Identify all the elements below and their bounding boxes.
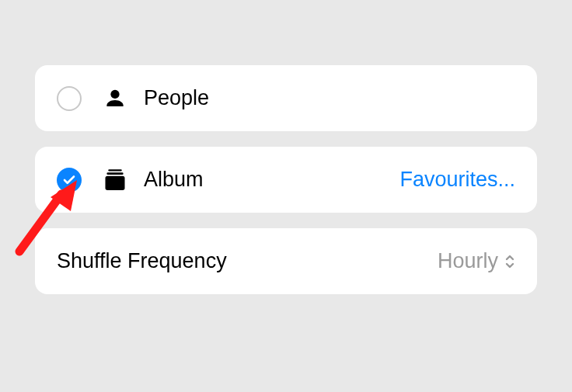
option-people-row[interactable]: People: [35, 65, 537, 131]
shuffle-frequency-label: Shuffle Frequency: [57, 249, 227, 273]
radio-unchecked-icon[interactable]: [57, 86, 82, 111]
radio-checked-icon[interactable]: [57, 168, 82, 193]
option-album-row[interactable]: Album Favourites...: [35, 147, 537, 213]
option-people-label: People: [144, 86, 515, 110]
person-icon: [103, 87, 127, 110]
album-stack-icon: [103, 168, 127, 192]
shuffle-frequency-row[interactable]: Shuffle Frequency Hourly: [35, 228, 537, 294]
svg-point-0: [110, 89, 119, 98]
option-album-label: Album: [144, 168, 399, 192]
svg-rect-2: [106, 172, 123, 175]
album-detail-link[interactable]: Favourites...: [399, 168, 515, 192]
svg-rect-1: [108, 169, 122, 171]
shuffle-frequency-value: Hourly: [438, 249, 498, 273]
chevron-up-down-icon[interactable]: [504, 254, 515, 269]
svg-rect-3: [106, 175, 125, 189]
